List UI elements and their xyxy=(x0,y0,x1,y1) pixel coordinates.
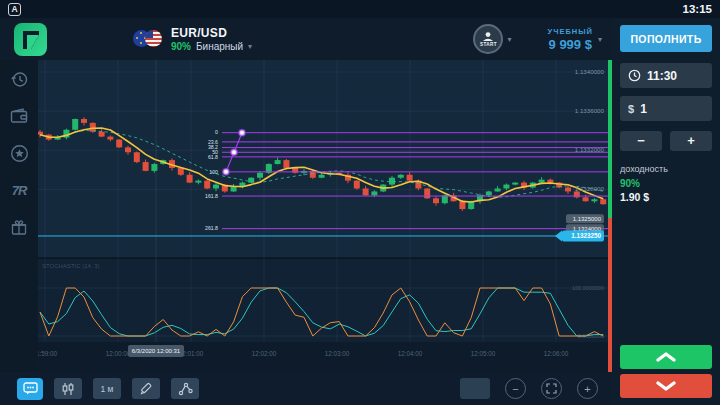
svg-text:61.8: 61.8 xyxy=(208,154,218,160)
plus-icon: + xyxy=(584,383,590,395)
person-icon xyxy=(482,32,494,41)
amount-value: 1 xyxy=(640,102,647,116)
start-status-menu[interactable]: START ▾ xyxy=(473,24,511,54)
chart-type-button[interactable] xyxy=(54,378,82,399)
gift-icon[interactable] xyxy=(8,216,30,238)
price-chart[interactable]: 023.638.25061.8100161.8261.81.13400001.1… xyxy=(38,60,612,372)
pencil-icon xyxy=(139,382,153,396)
pair-flags-icon xyxy=(133,30,163,48)
svg-text:6/3/2020 12:00:31: 6/3/2020 12:00:31 xyxy=(132,348,181,354)
svg-text:1.1332000: 1.1332000 xyxy=(575,146,605,153)
account-selector[interactable]: УЧЕБНЫЙ 9 999 $ ▾ xyxy=(548,27,603,52)
indicators-icon xyxy=(178,382,193,396)
deposit-button[interactable]: ПОПОЛНИТЬ xyxy=(620,25,712,52)
svg-text:12:02:00: 12:02:00 xyxy=(252,350,277,357)
svg-text:161.8: 161.8 xyxy=(205,193,218,199)
app-logo[interactable] xyxy=(14,23,47,56)
svg-text:1.1325000: 1.1325000 xyxy=(573,216,602,222)
chevron-up-icon xyxy=(655,351,677,363)
profit-value: 1.90 $ xyxy=(620,191,712,203)
chevron-down-icon: ▾ xyxy=(507,35,511,44)
chart-toolbar: 1 м − xyxy=(0,372,612,405)
wallet-icon[interactable] xyxy=(8,105,30,127)
left-sidebar: 7R xyxy=(0,60,38,372)
zoom-in-button[interactable]: + xyxy=(577,378,598,399)
chat-button[interactable] xyxy=(17,378,43,400)
svg-text:12:04:00: 12:04:00 xyxy=(398,350,423,357)
system-clock: 13:15 xyxy=(683,3,712,15)
trade-panel: ПОПОЛНИТЬ 11:30 $ 1 − + доходность 90% 1… xyxy=(612,18,720,405)
timeframe-button[interactable]: 1 м xyxy=(93,378,121,399)
svg-text:12:06:00: 12:06:00 xyxy=(544,350,569,357)
svg-text:1.1340000: 1.1340000 xyxy=(575,68,605,75)
chevron-down-icon: ▾ xyxy=(598,35,602,44)
svg-text:11:59:00: 11:59:00 xyxy=(38,350,58,357)
achievements-star-icon[interactable] xyxy=(8,142,30,164)
svg-text:12:00:00: 12:00:00 xyxy=(106,350,131,357)
overlay-a-badge: A xyxy=(8,3,21,16)
zoom-out-button[interactable]: − xyxy=(505,378,526,399)
drawing-tools-button[interactable] xyxy=(132,378,160,399)
expiry-time-field[interactable]: 11:30 xyxy=(620,63,712,88)
svg-text:STOCHASTIC (14, 3): STOCHASTIC (14, 3) xyxy=(42,263,100,269)
expand-icon xyxy=(546,383,557,394)
minus-icon: − xyxy=(512,383,518,395)
timeframe-label: 1 м xyxy=(101,384,114,394)
svg-text:1.1336000: 1.1336000 xyxy=(575,107,605,114)
profit-label: доходность xyxy=(620,164,712,174)
svg-text:1.1323250: 1.1323250 xyxy=(571,232,601,239)
svg-text:100.0000000: 100.0000000 xyxy=(572,285,604,291)
svg-text:261.8: 261.8 xyxy=(205,225,218,231)
logo-glyph-icon xyxy=(14,23,47,56)
chat-bubble-icon xyxy=(23,382,38,395)
expiry-time-value: 11:30 xyxy=(647,69,677,83)
payout-percent: 90% xyxy=(171,41,191,52)
currency-symbol: $ xyxy=(628,103,634,115)
edge-down-bar xyxy=(608,218,612,372)
profit-percent: 90% xyxy=(620,178,712,189)
call-up-button[interactable] xyxy=(620,345,712,369)
svg-text:100: 100 xyxy=(209,169,218,175)
indicators-button[interactable] xyxy=(171,378,199,399)
status-bar: A 13:15 xyxy=(0,0,720,18)
amount-field[interactable]: $ 1 xyxy=(620,96,712,121)
svg-text:0: 0 xyxy=(215,129,218,135)
svg-text:12:05:00: 12:05:00 xyxy=(471,350,496,357)
account-balance: 9 999 $ xyxy=(549,37,592,52)
app-header: EUR/USD 90% Бинарный ▾ xyxy=(0,18,612,60)
clock-icon xyxy=(628,69,641,82)
put-down-button[interactable] xyxy=(620,374,712,398)
chart-settings-button[interactable] xyxy=(460,378,490,399)
indicator-pane-bg xyxy=(38,258,612,342)
instrument-type: Бинарный xyxy=(196,41,243,52)
time-axis-bg xyxy=(38,342,612,372)
chevron-down-icon xyxy=(655,380,677,392)
svg-text:1.1328000: 1.1328000 xyxy=(575,185,605,192)
chevron-down-icon: ▾ xyxy=(248,42,252,51)
amount-decrease-button[interactable]: − xyxy=(620,131,662,151)
candlestick-icon xyxy=(61,382,75,396)
amount-increase-button[interactable]: + xyxy=(670,131,712,151)
account-type: УЧЕБНЫЙ xyxy=(548,27,593,36)
svg-text:12:03:00: 12:03:00 xyxy=(325,350,350,357)
seven-r-label: 7R xyxy=(12,183,27,198)
asset-selector[interactable]: EUR/USD 90% Бинарный ▾ xyxy=(133,26,252,52)
edge-up-bar xyxy=(608,60,612,218)
autoscale-button[interactable] xyxy=(541,378,562,399)
start-avatar: START xyxy=(473,24,503,54)
pair-name: EUR/USD xyxy=(171,26,252,40)
svg-text:0.0000000: 0.0000000 xyxy=(578,333,604,339)
history-icon[interactable] xyxy=(8,68,30,90)
start-label: START xyxy=(480,42,497,47)
seven-r-icon[interactable]: 7R xyxy=(8,179,30,201)
trading-app: A 13:15 EUR/USD xyxy=(0,0,720,405)
